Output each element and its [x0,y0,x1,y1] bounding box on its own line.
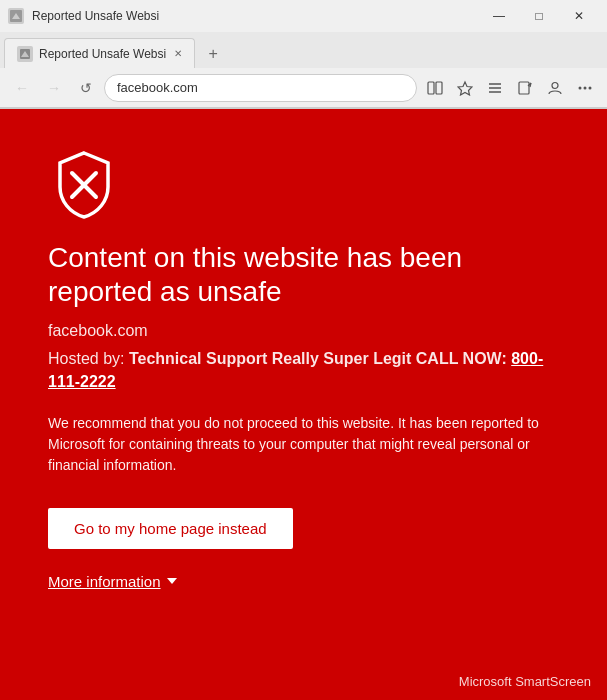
favorites-icon[interactable] [451,74,479,102]
address-bar[interactable]: facebook.com [104,74,417,102]
new-tab-button[interactable]: + [199,40,227,68]
forward-button[interactable]: → [40,74,68,102]
tab-label: Reported Unsafe Websi [39,47,166,61]
more-info-label: More information [48,573,161,590]
tab-favicon [17,46,33,62]
svg-rect-2 [428,82,434,94]
refresh-button[interactable]: ↺ [72,74,100,102]
warning-domain: facebook.com [48,322,559,340]
hub-icon[interactable] [481,74,509,102]
svg-point-14 [589,86,592,89]
more-options-icon[interactable] [571,74,599,102]
svg-marker-4 [458,82,472,95]
chevron-down-icon [167,578,177,584]
svg-rect-3 [436,82,442,94]
svg-point-11 [552,82,558,88]
maximize-button[interactable]: □ [519,0,559,32]
minimize-button[interactable]: — [479,0,519,32]
home-page-button[interactable]: Go to my home page instead [48,508,293,549]
svg-point-12 [579,86,582,89]
svg-rect-8 [519,82,529,94]
warning-body-text: We recommend that you do not proceed to … [48,413,559,476]
active-tab[interactable]: Reported Unsafe Websi ✕ [4,38,195,68]
warning-hosted: Hosted by: Technical Support Really Supe… [48,348,559,393]
more-information-link[interactable]: More information [48,573,559,590]
reader-mode-icon[interactable] [421,74,449,102]
window-controls: — □ ✕ [479,0,599,32]
smartscreen-label: Microsoft SmartScreen [459,674,591,689]
close-button[interactable]: ✕ [559,0,599,32]
nav-icons-group [421,74,599,102]
svg-point-13 [584,86,587,89]
web-note-icon[interactable] [511,74,539,102]
browser-favicon [8,8,24,24]
warning-page: Content on this website has been reporte… [0,109,607,700]
window-title: Reported Unsafe Websi [32,9,479,23]
shield-icon [48,149,559,241]
address-text: facebook.com [117,80,198,95]
warning-title: Content on this website has been reporte… [48,241,559,308]
hosted-by-label: Hosted by: [48,350,129,367]
profile-icon[interactable] [541,74,569,102]
tab-close-icon[interactable]: ✕ [174,48,182,59]
back-button[interactable]: ← [8,74,36,102]
navigation-bar: ← → ↺ facebook.com [0,68,607,108]
